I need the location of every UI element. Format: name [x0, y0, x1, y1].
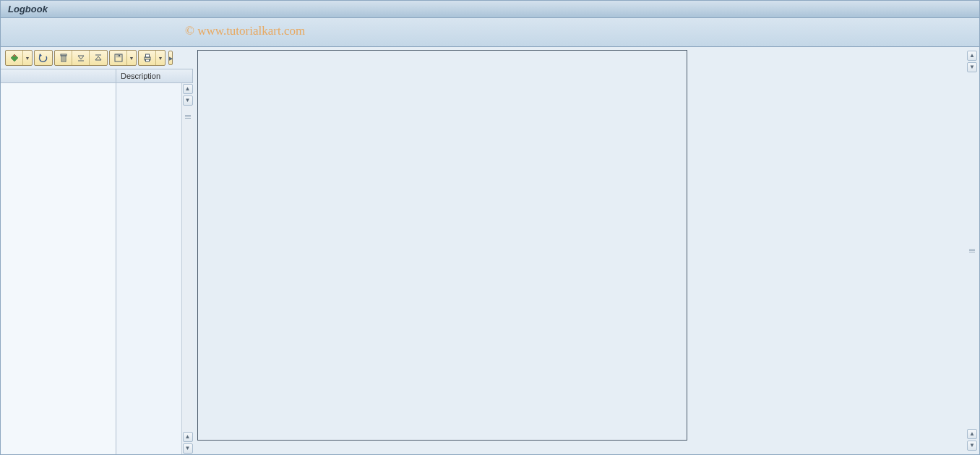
save-dropdown[interactable]: ▼: [127, 51, 136, 65]
dropdown-arrow-icon: ▼: [25, 56, 30, 61]
display-change-button[interactable]: [6, 51, 23, 65]
refresh-icon: [38, 53, 48, 63]
save-button[interactable]: [110, 51, 127, 65]
scroll-up-button[interactable]: ▲: [967, 51, 977, 61]
print-button[interactable]: [139, 51, 156, 65]
expand-down-icon: [76, 53, 86, 63]
scroll-down-button[interactable]: ▼: [183, 443, 193, 454]
expand-button[interactable]: [72, 51, 90, 65]
chevron-up-icon: ▲: [969, 53, 975, 59]
scroll-up-step-button[interactable]: ▲: [967, 429, 977, 439]
print-dropdown[interactable]: ▼: [156, 51, 165, 65]
main-content: ▼: [1, 47, 979, 454]
chevron-right-icon: ▶: [169, 56, 173, 61]
table-column-2-body: [116, 83, 181, 454]
left-panel: ▼: [1, 47, 193, 454]
chevron-up-icon: ▲: [185, 86, 191, 92]
table-header: Description: [1, 69, 193, 83]
table-column-1-body: [1, 83, 116, 454]
svg-marker-2: [39, 54, 42, 56]
scroll-down-button[interactable]: ▼: [967, 441, 977, 451]
chevron-up-icon: ▲: [969, 431, 975, 437]
svg-rect-13: [119, 55, 120, 56]
toolbar-group-5: ▼: [138, 50, 166, 66]
scrollbar-grip[interactable]: [185, 109, 191, 124]
display-change-dropdown[interactable]: ▼: [23, 51, 32, 65]
menu-bar: © www.tutorialkart.com: [1, 18, 979, 47]
toolbar-group-2: [34, 50, 53, 66]
svg-marker-7: [78, 56, 84, 59]
chevron-down-icon: ▼: [969, 64, 975, 70]
diamond-icon: [9, 53, 20, 63]
toolbar-group-4: ▼: [109, 50, 137, 66]
refresh-button[interactable]: [35, 51, 52, 65]
content-area: [197, 50, 687, 441]
svg-rect-15: [145, 54, 149, 57]
chevron-down-icon: ▼: [969, 443, 975, 448]
chevron-down-icon: ▼: [185, 98, 191, 103]
scroll-up-step-button[interactable]: ▲: [183, 432, 193, 442]
scrollbar-grip[interactable]: [969, 244, 975, 258]
scroll-down-step-button[interactable]: ▼: [967, 62, 977, 72]
svg-marker-9: [95, 56, 101, 60]
trash-icon: [59, 53, 69, 63]
window-title: Logbook: [8, 4, 48, 14]
collapse-up-icon: [93, 53, 103, 63]
column-header-1[interactable]: [1, 69, 116, 82]
save-icon: [113, 53, 124, 63]
toolbar: ▼: [1, 47, 193, 69]
print-icon: [142, 53, 152, 63]
right-panel-vscrollbar[interactable]: ▲ ▼ ▲ ▼: [966, 50, 978, 451]
svg-rect-4: [61, 54, 66, 56]
column-header-description[interactable]: Description: [116, 69, 193, 82]
watermark: © www.tutorialkart.com: [185, 24, 305, 38]
toolbar-group-1: ▼: [5, 50, 33, 66]
chevron-down-icon: ▼: [185, 446, 191, 451]
dropdown-arrow-icon: ▼: [158, 56, 163, 61]
svg-rect-16: [145, 59, 149, 61]
dropdown-arrow-icon: ▼: [129, 56, 134, 61]
title-bar: Logbook: [1, 1, 979, 18]
right-panel: ▲ ▼ ▲ ▼: [193, 47, 979, 454]
left-panel-vscrollbar[interactable]: ▲ ▼ ▲: [181, 83, 193, 454]
table-body: ▲ ▼ ▲: [1, 83, 193, 454]
collapse-button[interactable]: [90, 51, 107, 65]
delete-button[interactable]: [55, 51, 72, 65]
toolbar-group-3: [54, 50, 108, 66]
chevron-up-icon: ▲: [185, 434, 191, 440]
svg-rect-3: [61, 56, 66, 61]
scroll-down-step-button[interactable]: ▼: [183, 95, 193, 106]
app-window: Logbook © www.tutorialkart.com ▼: [0, 0, 980, 455]
toolbar-expand-handle[interactable]: ▶: [168, 51, 173, 65]
scroll-up-button[interactable]: ▲: [183, 84, 193, 94]
